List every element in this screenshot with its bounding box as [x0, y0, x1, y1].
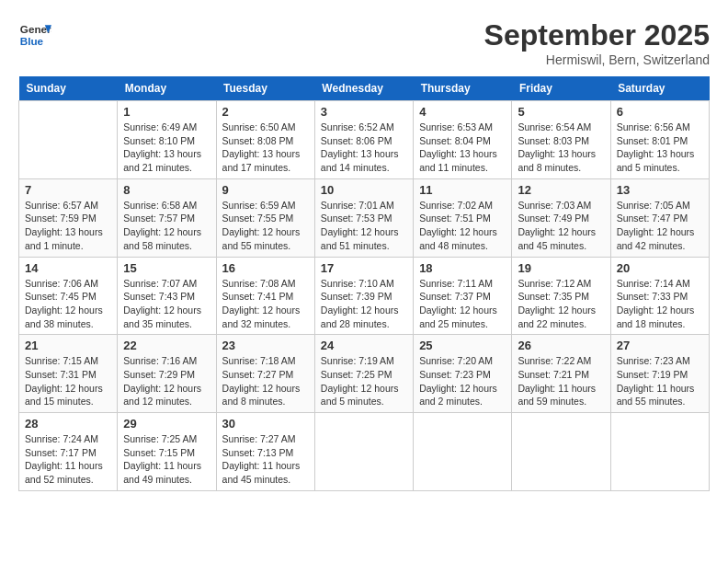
- calendar-cell: 26Sunrise: 7:22 AMSunset: 7:21 PMDayligh…: [512, 335, 610, 413]
- day-number: 2: [222, 105, 309, 119]
- day-number: 16: [222, 261, 309, 275]
- week-row-2: 7Sunrise: 6:57 AMSunset: 7:59 PMDaylight…: [19, 178, 710, 257]
- day-info: Sunrise: 6:52 AMSunset: 8:06 PMDaylight:…: [321, 121, 407, 175]
- day-number: 28: [25, 417, 111, 431]
- day-info: Sunrise: 7:24 AMSunset: 7:17 PMDaylight:…: [25, 432, 111, 487]
- day-info: Sunrise: 7:14 AMSunset: 7:33 PMDaylight:…: [617, 277, 703, 331]
- day-info: Sunrise: 6:58 AMSunset: 7:57 PMDaylight:…: [123, 199, 210, 253]
- calendar-cell: 8Sunrise: 6:58 AMSunset: 7:57 PMDaylight…: [118, 178, 216, 257]
- calendar-cell: 19Sunrise: 7:12 AMSunset: 7:35 PMDayligh…: [512, 257, 610, 335]
- calendar-cell: 5Sunrise: 6:54 AMSunset: 8:03 PMDaylight…: [512, 101, 610, 179]
- calendar-cell: 14Sunrise: 7:06 AMSunset: 7:45 PMDayligh…: [19, 257, 118, 335]
- day-info: Sunrise: 7:10 AMSunset: 7:39 PMDaylight:…: [321, 277, 407, 331]
- day-number: 19: [518, 261, 604, 275]
- day-info: Sunrise: 7:27 AMSunset: 7:13 PMDaylight:…: [222, 432, 309, 487]
- location: Hermiswil, Bern, Switzerland: [484, 52, 710, 67]
- day-number: 8: [123, 183, 210, 197]
- day-info: Sunrise: 6:54 AMSunset: 8:03 PMDaylight:…: [518, 121, 604, 175]
- calendar-cell: [414, 413, 512, 491]
- day-info: Sunrise: 7:07 AMSunset: 7:43 PMDaylight:…: [123, 277, 210, 331]
- calendar-cell: 7Sunrise: 6:57 AMSunset: 7:59 PMDaylight…: [19, 178, 118, 257]
- day-info: Sunrise: 7:16 AMSunset: 7:29 PMDaylight:…: [123, 354, 210, 408]
- day-number: 17: [321, 261, 407, 275]
- calendar-cell: 21Sunrise: 7:15 AMSunset: 7:31 PMDayligh…: [19, 335, 118, 413]
- calendar-cell: 30Sunrise: 7:27 AMSunset: 7:13 PMDayligh…: [216, 413, 314, 491]
- day-number: 22: [123, 339, 210, 352]
- day-info: Sunrise: 7:22 AMSunset: 7:21 PMDaylight:…: [518, 354, 604, 408]
- day-number: 15: [123, 261, 210, 275]
- calendar-cell: 2Sunrise: 6:50 AMSunset: 8:08 PMDaylight…: [216, 101, 314, 179]
- svg-text:Blue: Blue: [20, 35, 44, 47]
- logo: General Blue: [18, 18, 51, 52]
- day-info: Sunrise: 7:20 AMSunset: 7:23 PMDaylight:…: [419, 354, 506, 408]
- calendar-cell: 16Sunrise: 7:08 AMSunset: 7:41 PMDayligh…: [216, 257, 314, 335]
- day-number: 20: [617, 261, 703, 275]
- calendar-cell: 24Sunrise: 7:19 AMSunset: 7:25 PMDayligh…: [314, 335, 413, 413]
- day-info: Sunrise: 6:49 AMSunset: 8:10 PMDaylight:…: [123, 121, 210, 175]
- title-block: September 2025 Hermiswil, Bern, Switzerl…: [484, 18, 710, 67]
- day-info: Sunrise: 7:12 AMSunset: 7:35 PMDaylight:…: [518, 277, 604, 331]
- day-number: 26: [518, 339, 604, 352]
- day-info: Sunrise: 7:02 AMSunset: 7:51 PMDaylight:…: [419, 199, 506, 253]
- calendar-cell: [610, 413, 709, 491]
- calendar-cell: 18Sunrise: 7:11 AMSunset: 7:37 PMDayligh…: [414, 257, 512, 335]
- day-number: 6: [617, 105, 703, 119]
- day-number: 7: [25, 183, 111, 197]
- day-number: 9: [222, 183, 309, 197]
- page-header: General Blue September 2025 Hermiswil, B…: [18, 18, 710, 67]
- day-info: Sunrise: 7:15 AMSunset: 7:31 PMDaylight:…: [25, 354, 111, 408]
- calendar-cell: 22Sunrise: 7:16 AMSunset: 7:29 PMDayligh…: [118, 335, 216, 413]
- week-row-4: 21Sunrise: 7:15 AMSunset: 7:31 PMDayligh…: [19, 335, 710, 413]
- calendar-cell: 13Sunrise: 7:05 AMSunset: 7:47 PMDayligh…: [610, 178, 709, 257]
- col-header-thursday: Thursday: [414, 76, 512, 101]
- day-info: Sunrise: 7:05 AMSunset: 7:47 PMDaylight:…: [617, 199, 703, 253]
- calendar-cell: 11Sunrise: 7:02 AMSunset: 7:51 PMDayligh…: [414, 178, 512, 257]
- logo-icon: General Blue: [18, 18, 51, 52]
- calendar-cell: 9Sunrise: 6:59 AMSunset: 7:55 PMDaylight…: [216, 178, 314, 257]
- day-info: Sunrise: 6:56 AMSunset: 8:01 PMDaylight:…: [617, 121, 703, 175]
- week-row-1: 1Sunrise: 6:49 AMSunset: 8:10 PMDaylight…: [19, 101, 710, 179]
- calendar-cell: 12Sunrise: 7:03 AMSunset: 7:49 PMDayligh…: [512, 178, 610, 257]
- calendar-cell: 29Sunrise: 7:25 AMSunset: 7:15 PMDayligh…: [118, 413, 216, 491]
- day-number: 21: [25, 339, 111, 352]
- day-number: 24: [321, 339, 407, 352]
- day-info: Sunrise: 7:01 AMSunset: 7:53 PMDaylight:…: [321, 199, 407, 253]
- calendar-cell: 4Sunrise: 6:53 AMSunset: 8:04 PMDaylight…: [414, 101, 512, 179]
- day-number: 18: [419, 261, 506, 275]
- calendar-cell: 20Sunrise: 7:14 AMSunset: 7:33 PMDayligh…: [610, 257, 709, 335]
- calendar-cell: 15Sunrise: 7:07 AMSunset: 7:43 PMDayligh…: [118, 257, 216, 335]
- calendar-cell: 28Sunrise: 7:24 AMSunset: 7:17 PMDayligh…: [19, 413, 118, 491]
- day-info: Sunrise: 7:08 AMSunset: 7:41 PMDaylight:…: [222, 277, 309, 331]
- day-number: 30: [222, 417, 309, 431]
- calendar-table: SundayMondayTuesdayWednesdayThursdayFrid…: [18, 76, 710, 491]
- day-info: Sunrise: 6:50 AMSunset: 8:08 PMDaylight:…: [222, 121, 309, 175]
- day-info: Sunrise: 6:57 AMSunset: 7:59 PMDaylight:…: [25, 199, 111, 253]
- day-number: 29: [123, 417, 210, 431]
- calendar-cell: 27Sunrise: 7:23 AMSunset: 7:19 PMDayligh…: [610, 335, 709, 413]
- month-title: September 2025: [484, 18, 710, 52]
- calendar-cell: 6Sunrise: 6:56 AMSunset: 8:01 PMDaylight…: [610, 101, 709, 179]
- col-header-wednesday: Wednesday: [314, 76, 413, 101]
- col-header-sunday: Sunday: [19, 76, 118, 101]
- col-header-friday: Friday: [512, 76, 610, 101]
- day-info: Sunrise: 7:18 AMSunset: 7:27 PMDaylight:…: [222, 354, 309, 408]
- day-number: 5: [518, 105, 604, 119]
- day-number: 23: [222, 339, 309, 352]
- calendar-cell: 23Sunrise: 7:18 AMSunset: 7:27 PMDayligh…: [216, 335, 314, 413]
- day-number: 4: [419, 105, 506, 119]
- calendar-cell: 10Sunrise: 7:01 AMSunset: 7:53 PMDayligh…: [314, 178, 413, 257]
- calendar-cell: 3Sunrise: 6:52 AMSunset: 8:06 PMDaylight…: [314, 101, 413, 179]
- day-number: 11: [419, 183, 506, 197]
- week-row-3: 14Sunrise: 7:06 AMSunset: 7:45 PMDayligh…: [19, 257, 710, 335]
- calendar-cell: 17Sunrise: 7:10 AMSunset: 7:39 PMDayligh…: [314, 257, 413, 335]
- day-number: 27: [617, 339, 703, 352]
- col-header-tuesday: Tuesday: [216, 76, 314, 101]
- day-number: 14: [25, 261, 111, 275]
- header-row: SundayMondayTuesdayWednesdayThursdayFrid…: [19, 76, 710, 101]
- day-info: Sunrise: 7:03 AMSunset: 7:49 PMDaylight:…: [518, 199, 604, 253]
- day-info: Sunrise: 6:53 AMSunset: 8:04 PMDaylight:…: [419, 121, 506, 175]
- calendar-cell: [512, 413, 610, 491]
- day-number: 3: [321, 105, 407, 119]
- calendar-cell: 1Sunrise: 6:49 AMSunset: 8:10 PMDaylight…: [118, 101, 216, 179]
- day-number: 1: [123, 105, 210, 119]
